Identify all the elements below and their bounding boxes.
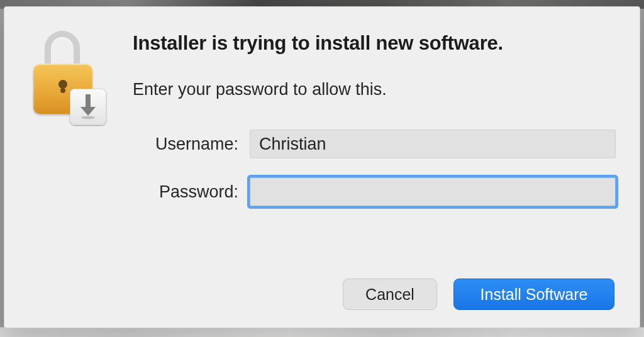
svg-point-0 bbox=[81, 116, 95, 119]
cancel-button[interactable]: Cancel bbox=[343, 279, 437, 310]
dialog-subtitle: Enter your password to allow this. bbox=[133, 80, 616, 99]
dialog-button-row: Cancel Install Software bbox=[343, 279, 614, 310]
password-row: Password: bbox=[133, 177, 616, 206]
dialog-title: Installer is trying to install new softw… bbox=[133, 32, 616, 55]
password-field-wrap bbox=[250, 177, 616, 206]
window-bottom-edge bbox=[0, 327, 644, 337]
username-row: Username: bbox=[133, 130, 616, 158]
username-field-wrap bbox=[250, 130, 616, 158]
auth-dialog: Installer is trying to install new softw… bbox=[4, 6, 640, 328]
lock-shackle-icon bbox=[45, 31, 80, 69]
username-input[interactable] bbox=[250, 130, 615, 158]
download-arrow-icon bbox=[77, 94, 99, 119]
installer-badge-icon bbox=[70, 89, 106, 125]
install-software-button[interactable]: Install Software bbox=[453, 279, 614, 310]
username-label: Username: bbox=[133, 135, 238, 154]
lock-installer-icon bbox=[28, 35, 104, 123]
password-input[interactable] bbox=[250, 178, 615, 206]
password-label: Password: bbox=[133, 182, 238, 202]
